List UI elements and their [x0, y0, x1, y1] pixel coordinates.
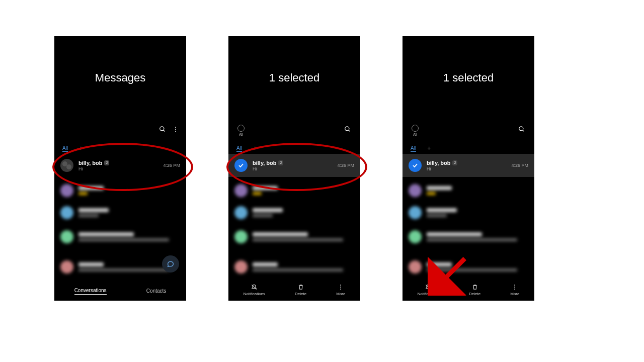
conversation-name: billy, bob — [78, 160, 102, 166]
tab-all[interactable]: All — [236, 145, 242, 152]
page-title: 1 selected — [228, 71, 360, 84]
compose-fab[interactable] — [162, 255, 179, 273]
blurred-row — [228, 256, 360, 278]
blurred-row — [54, 202, 186, 223]
unread-badge: 2 — [452, 160, 457, 165]
conversation-time: 4:26 PM — [511, 163, 528, 168]
svg-point-2 — [345, 127, 349, 131]
svg-line-6 — [523, 130, 524, 132]
blurred-row — [403, 226, 534, 247]
add-category-button[interactable]: + — [427, 145, 431, 152]
conversation-name: billy, bob — [253, 160, 276, 166]
blurred-row — [54, 226, 186, 247]
tab-all[interactable]: All — [411, 145, 416, 152]
blurred-row — [228, 202, 360, 223]
search-icon[interactable] — [159, 126, 166, 133]
conversation-row-selected[interactable]: billy, bob 2 Hi 4:26 PM — [403, 154, 534, 177]
contacts-tab[interactable]: Contacts — [146, 288, 166, 295]
notifications-action[interactable]: Notifications — [244, 284, 266, 296]
unread-badge: 2 — [104, 160, 109, 165]
select-all-toggle[interactable]: All — [237, 125, 245, 136]
category-tabs: All + — [62, 145, 83, 152]
selection-action-bar: Notifications Delete More — [403, 279, 534, 301]
blurred-row — [228, 180, 360, 201]
page-title: Messages — [54, 71, 186, 84]
more-options-icon[interactable] — [172, 126, 179, 133]
blurred-row — [403, 256, 534, 278]
delete-action[interactable]: Delete — [469, 284, 480, 296]
conversation-row[interactable]: billy, bob 2 Hi 4:26 PM — [54, 154, 186, 177]
search-icon[interactable] — [518, 126, 525, 133]
svg-point-0 — [160, 127, 164, 131]
svg-line-1 — [164, 130, 165, 132]
select-all-toggle[interactable]: All — [412, 125, 419, 136]
conversation-time: 4:26 PM — [337, 163, 354, 168]
tab-all[interactable]: All — [62, 145, 68, 152]
phone-screen-selected-arrow: 1 selected All All + billy, bob 2 Hi 4:2 — [403, 36, 534, 301]
bottom-nav: Conversations Contacts — [54, 282, 186, 301]
svg-line-3 — [349, 130, 350, 132]
blurred-row — [54, 180, 186, 201]
conversation-row-selected[interactable]: billy, bob 2 Hi 4:26 PM — [228, 154, 360, 177]
add-category-button[interactable]: + — [253, 145, 257, 152]
add-category-button[interactable]: + — [79, 145, 83, 152]
category-tabs: All + — [411, 145, 431, 152]
check-avatar-icon — [234, 159, 248, 172]
svg-point-5 — [519, 127, 523, 131]
group-avatar-icon — [60, 159, 73, 172]
phone-screen-messages: Messages All + billy, bob 2 Hi 4:26 PM — [54, 36, 186, 301]
delete-action[interactable]: Delete — [295, 284, 306, 296]
blurred-row — [403, 202, 534, 223]
more-action[interactable]: More — [336, 284, 345, 296]
blurred-row — [228, 226, 360, 247]
conversations-tab[interactable]: Conversations — [74, 288, 107, 295]
page-title: 1 selected — [403, 71, 534, 84]
category-tabs: All + — [236, 145, 257, 152]
conversation-preview: Hi — [253, 166, 337, 171]
conversation-preview: Hi — [427, 166, 511, 171]
selection-action-bar: Notifications Delete More — [228, 279, 360, 301]
phone-screen-selected: 1 selected All All + billy, bob 2 Hi 4:2 — [228, 36, 360, 301]
notifications-action[interactable]: Notifications — [418, 284, 440, 296]
check-avatar-icon — [409, 159, 422, 172]
conversation-name: billy, bob — [427, 160, 450, 166]
conversation-time: 4:26 PM — [163, 163, 180, 168]
blurred-row — [403, 180, 534, 201]
unread-badge: 2 — [278, 160, 283, 165]
more-action[interactable]: More — [510, 284, 519, 296]
conversation-preview: Hi — [78, 166, 163, 171]
search-icon[interactable] — [344, 126, 351, 133]
